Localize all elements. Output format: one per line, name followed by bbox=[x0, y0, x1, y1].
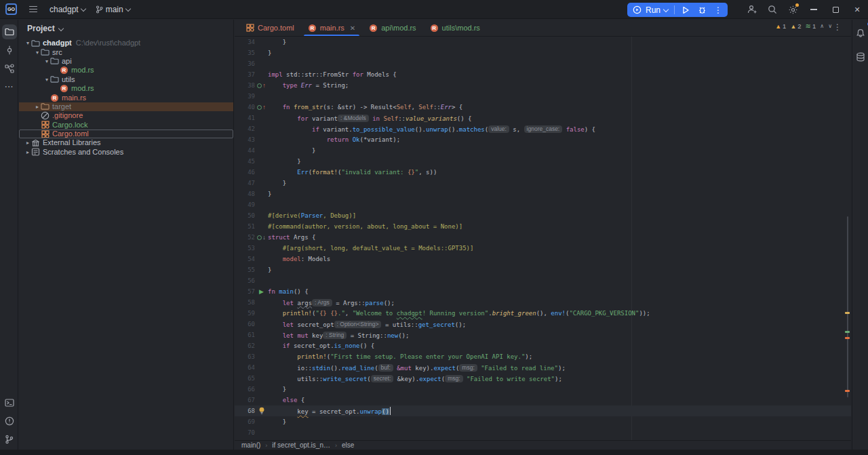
tree-item-cargo-lock[interactable]: Cargo.lock bbox=[19, 121, 233, 130]
minimize-button[interactable] bbox=[803, 0, 825, 19]
tree-item-cargo-toml[interactable]: Cargo.toml bbox=[19, 130, 233, 138]
tab-cargo-toml[interactable]: Cargo.toml bbox=[239, 20, 301, 36]
problems-icon[interactable] bbox=[0, 412, 18, 430]
project-panel-header[interactable]: Project bbox=[19, 20, 233, 37]
tree-item-mod-rs[interactable]: Rmod.rs bbox=[19, 66, 233, 75]
code-line-58[interactable]: 58 let args: Args = Args::parse(); bbox=[235, 297, 851, 308]
code-line-54[interactable]: 54 model: Models bbox=[235, 254, 851, 264]
code-line-52[interactable]: 52↓struct Args { bbox=[235, 232, 851, 243]
scrollbar-mark[interactable] bbox=[845, 390, 850, 392]
prev-problem-icon[interactable]: ∧ bbox=[820, 23, 824, 29]
project-selector[interactable]: chadgpt bbox=[50, 5, 86, 14]
tree-item-src[interactable]: ▾src bbox=[19, 47, 233, 56]
code-line-51[interactable]: 51#[command(author, version, about, long… bbox=[235, 221, 851, 232]
code-line-48[interactable]: 48} bbox=[235, 189, 851, 199]
inspections-widget[interactable]: ▲1▲2≋1∧∨ bbox=[775, 22, 832, 30]
chevron-down-icon[interactable]: ▾ bbox=[43, 57, 50, 66]
search-everywhere-button[interactable] bbox=[762, 0, 783, 19]
code-line-65[interactable]: 65 utils::write_secret(secret: &key).exp… bbox=[235, 373, 851, 384]
code-line-57[interactable]: 57▶fn main() { bbox=[235, 286, 851, 297]
tree-item-main-rs[interactable]: Rmain.rs bbox=[19, 93, 233, 102]
restore-button[interactable] bbox=[825, 0, 846, 19]
tree-item-target[interactable]: ▸target bbox=[19, 102, 233, 111]
structure-icon[interactable] bbox=[0, 59, 18, 77]
code-line-46[interactable]: 46 Err(format!("invalid variant: {}", s)… bbox=[235, 167, 851, 178]
run-more-options-icon[interactable]: ⋮ bbox=[713, 5, 724, 16]
scrollbar-mark[interactable] bbox=[845, 312, 850, 314]
code-line-63[interactable]: 63 println!("First time setup. Please en… bbox=[235, 351, 851, 362]
code-line-44[interactable]: 44 } bbox=[235, 145, 851, 156]
code-line-38[interactable]: 38↑ type Err = String; bbox=[235, 80, 851, 91]
tree-item-chadgpt[interactable]: ▾chadgptC:\dev\rust\chadgpt bbox=[19, 39, 233, 47]
breadcrumb-item[interactable]: main() bbox=[241, 441, 260, 449]
close-button[interactable]: ✕ bbox=[846, 0, 868, 19]
more-icon[interactable]: ⋯ bbox=[0, 77, 18, 96]
tab-api-mod-rs[interactable]: Rapi\mod.rs bbox=[362, 20, 422, 36]
implementing-member-icon[interactable] bbox=[257, 83, 262, 88]
code-line-59[interactable]: 59 println!("{} {}.", "Welcome to chadgp… bbox=[235, 308, 851, 319]
chevron-right-icon[interactable]: ▸ bbox=[24, 138, 31, 147]
code-line-61[interactable]: 61 let mut key: String = String::new(); bbox=[235, 330, 851, 340]
code-line-50[interactable]: 50#[derive(Parser, Debug)] bbox=[235, 210, 851, 221]
implemented-member-icon[interactable] bbox=[257, 235, 262, 240]
tab-options-icon[interactable]: ⋮ bbox=[833, 22, 842, 32]
main-menu-icon[interactable] bbox=[26, 3, 40, 16]
run-line-icon[interactable]: ▶ bbox=[259, 288, 264, 295]
chevron-down-icon[interactable]: ▾ bbox=[43, 75, 50, 84]
terminal-icon[interactable] bbox=[0, 393, 18, 412]
code-line-49[interactable]: 49 bbox=[235, 199, 851, 210]
code-line-55[interactable]: 55} bbox=[235, 264, 851, 275]
code-line-39[interactable]: 39 bbox=[235, 91, 851, 102]
run-button[interactable] bbox=[680, 5, 691, 16]
code-area[interactable]: 34 }35}3637impl std::str::FromStr for Mo… bbox=[235, 37, 851, 440]
chevron-right-icon[interactable]: ▸ bbox=[24, 148, 31, 157]
tree-item-mod-rs[interactable]: Rmod.rs bbox=[19, 84, 233, 93]
tree-item-api[interactable]: ▾api bbox=[19, 57, 233, 66]
code-with-me-button[interactable] bbox=[742, 0, 762, 19]
intention-bulb-icon[interactable] bbox=[258, 407, 265, 415]
code-line-45[interactable]: 45 } bbox=[235, 156, 851, 167]
code-line-70[interactable]: 70 bbox=[235, 427, 851, 438]
implementing-member-icon[interactable] bbox=[257, 105, 262, 110]
code-line-41[interactable]: 41 for variant: &Models in Self::value_v… bbox=[235, 113, 851, 123]
code-line-37[interactable]: 37impl std::str::FromStr for Models { bbox=[235, 69, 851, 80]
code-line-67[interactable]: 67 else { bbox=[235, 395, 851, 405]
scrollbar-mark[interactable] bbox=[845, 337, 850, 339]
folder-icon[interactable] bbox=[0, 22, 18, 41]
code-line-62[interactable]: 62 if secret_opt.is_none() { bbox=[235, 340, 851, 351]
chevron-down-icon[interactable]: ▾ bbox=[34, 48, 41, 57]
editor-scrollbar[interactable] bbox=[843, 20, 851, 450]
code-line-66[interactable]: 66 } bbox=[235, 384, 851, 395]
chevron-right-icon[interactable]: ▸ bbox=[34, 102, 41, 111]
code-line-56[interactable]: 56 bbox=[235, 275, 851, 286]
tree-item-external-libraries[interactable]: ▸External Libraries bbox=[19, 138, 233, 147]
code-line-42[interactable]: 42 if variant.to_possible_value().unwrap… bbox=[235, 123, 851, 134]
error-count-badge[interactable]: ▲1 bbox=[775, 22, 786, 30]
branch-icon[interactable] bbox=[0, 430, 18, 448]
debug-button[interactable] bbox=[696, 5, 707, 16]
chevron-down-icon[interactable]: ▾ bbox=[24, 39, 31, 47]
code-line-35[interactable]: 35} bbox=[235, 47, 851, 58]
code-line-43[interactable]: 43 return Ok(*variant); bbox=[235, 134, 851, 145]
warning-count-badge[interactable]: ▲2 bbox=[790, 22, 801, 30]
code-line-34[interactable]: 34 } bbox=[235, 37, 851, 47]
settings-button[interactable] bbox=[783, 0, 803, 19]
scrollbar-mark[interactable] bbox=[845, 331, 850, 333]
tab-main-rs[interactable]: Rmain.rs✕ bbox=[301, 20, 362, 36]
code-line-53[interactable]: 53 #[arg(short, long, default_value_t = … bbox=[235, 243, 851, 254]
next-problem-icon[interactable]: ∨ bbox=[828, 23, 832, 29]
breadcrumb-item[interactable]: else bbox=[342, 441, 354, 449]
tree-item-scratches-and-consoles[interactable]: ▸Scratches and Consoles bbox=[19, 148, 233, 157]
code-line-64[interactable]: 64 io::stdin().read_line(buf: &mut key).… bbox=[235, 362, 851, 373]
code-line-40[interactable]: 40↑ fn from_str(s: &str) -> Result<Self,… bbox=[235, 102, 851, 113]
commit-icon[interactable] bbox=[0, 41, 18, 59]
database-icon[interactable] bbox=[851, 47, 868, 66]
breadcrumb-item[interactable]: if secret_opt.is_n… bbox=[272, 441, 330, 449]
tab-utils-mod-rs[interactable]: Rutils\mod.rs bbox=[423, 20, 487, 36]
tree-item--gitignore[interactable]: .gitignore bbox=[19, 111, 233, 120]
tab-close-icon[interactable]: ✕ bbox=[350, 24, 355, 32]
typo-count-badge[interactable]: ≋1 bbox=[806, 22, 816, 30]
tree-item-utils[interactable]: ▾utils bbox=[19, 75, 233, 84]
bell-icon[interactable] bbox=[851, 24, 868, 42]
scrollbar-thumb[interactable] bbox=[847, 216, 848, 397]
